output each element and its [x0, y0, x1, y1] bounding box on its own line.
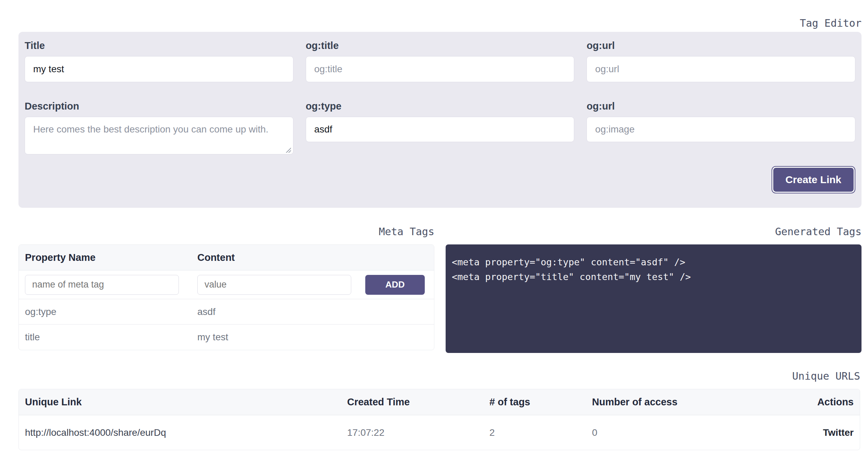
num-tags-cell: 2	[489, 427, 592, 438]
meta-tags-table: Property Name Content ADD og:type asdf t…	[18, 244, 434, 350]
content-column-header: Content	[191, 252, 359, 263]
form-row-2: Description og:type og:url	[25, 101, 855, 156]
meta-tags-heading: Meta Tags	[18, 226, 434, 238]
description-textarea[interactable]	[25, 117, 293, 154]
generated-meta-tag-line: <meta property="og:type" content="asdf" …	[452, 255, 855, 269]
actions-column-header: Actions	[777, 396, 854, 408]
twitter-action-link[interactable]: Twitter	[823, 427, 854, 438]
table-row: http://localhost:4000/share/eurDq 17:07:…	[19, 415, 860, 450]
tag-editor-heading: Tag Editor	[18, 17, 862, 29]
unique-link-cell: http://localhost:4000/share/eurDq	[25, 427, 347, 438]
tag-editor-form-panel: Title og:title og:url Description og:typ…	[18, 32, 862, 208]
meta-tag-name-input[interactable]	[25, 275, 179, 295]
og-image-label: og:url	[587, 101, 855, 112]
og-image-input[interactable]	[587, 117, 855, 142]
unique-link-column-header: Unique Link	[25, 396, 347, 408]
meta-tag-content: asdf	[191, 306, 359, 317]
title-input[interactable]	[25, 56, 293, 82]
generated-tags-heading: Generated Tags	[446, 226, 862, 238]
og-url-label: og:url	[587, 40, 855, 51]
property-name-column-header: Property Name	[19, 252, 191, 263]
og-title-input[interactable]	[306, 56, 575, 82]
meta-tag-value-input[interactable]	[197, 275, 351, 295]
meta-tag-property: og:type	[19, 306, 191, 317]
unique-urls-table-header: Unique Link Created Time # of tags Numbe…	[19, 389, 860, 415]
og-title-label: og:title	[306, 40, 575, 51]
title-label: Title	[25, 40, 293, 51]
generated-tags-section: Generated Tags <meta property="og:type" …	[446, 226, 862, 353]
og-url-field-group: og:url	[587, 40, 855, 82]
num-access-column-header: Number of access	[592, 396, 777, 408]
unique-urls-table: Unique Link Created Time # of tags Numbe…	[18, 389, 860, 450]
meta-tags-table-header: Property Name Content	[19, 245, 434, 270]
created-time-column-header: Created Time	[347, 396, 489, 408]
add-meta-tag-row: ADD	[19, 270, 434, 299]
unique-urls-heading: Unique URLS	[18, 370, 860, 382]
unique-urls-section: Unique URLS Unique Link Created Time # o…	[18, 370, 860, 450]
form-row-1: Title og:title og:url	[25, 40, 855, 82]
og-type-field-group: og:type	[306, 101, 575, 156]
og-image-field-group: og:url	[587, 101, 855, 156]
num-tags-column-header: # of tags	[489, 396, 592, 408]
table-row: og:type asdf	[19, 299, 434, 325]
og-url-input[interactable]	[587, 56, 855, 82]
meta-tag-content: my test	[191, 332, 359, 343]
description-label: Description	[25, 101, 293, 112]
description-field-group: Description	[25, 101, 293, 156]
og-type-label: og:type	[306, 101, 575, 112]
table-row: title my test	[19, 325, 434, 350]
og-type-input[interactable]	[306, 117, 575, 142]
create-link-button[interactable]: Create Link	[773, 168, 854, 192]
title-field-group: Title	[25, 40, 293, 82]
meta-tag-property: title	[19, 332, 191, 343]
create-link-focus-ring: Create Link	[772, 166, 855, 193]
num-access-cell: 0	[592, 427, 777, 438]
created-time-cell: 17:07:22	[347, 427, 489, 438]
meta-tags-section: Meta Tags Property Name Content ADD og:t…	[18, 226, 434, 353]
create-link-row: Create Link	[25, 166, 855, 193]
generated-tags-code-panel: <meta property="og:type" content="asdf" …	[446, 244, 862, 353]
generated-meta-tag-line: <meta property="title" content="my test"…	[452, 269, 855, 284]
og-title-field-group: og:title	[306, 40, 575, 82]
add-button[interactable]: ADD	[365, 275, 425, 295]
